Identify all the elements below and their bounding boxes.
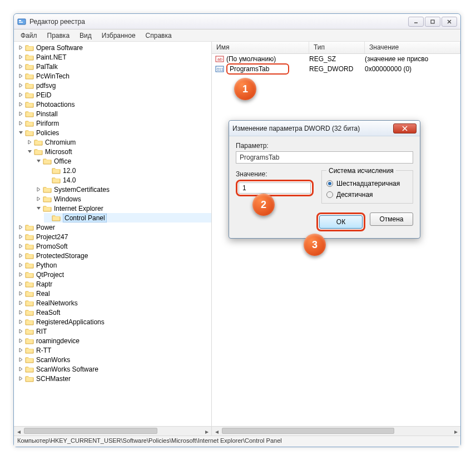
expand-icon[interactable] xyxy=(17,92,24,98)
tree-node[interactable]: Project247 xyxy=(17,232,211,241)
tree-node[interactable]: Paint.NET xyxy=(17,52,211,62)
collapse-icon[interactable] xyxy=(35,205,42,212)
list-row-programstab[interactable]: 011 ProgramsTab REG_DWORD 0x00000000 (0) xyxy=(212,64,460,74)
col-value[interactable]: Значение xyxy=(365,42,460,53)
folder-icon xyxy=(25,309,34,316)
close-button[interactable] xyxy=(442,17,457,27)
dialog-titlebar[interactable]: Изменение параметра DWORD (32 бита) xyxy=(229,121,420,136)
collapse-icon[interactable] xyxy=(26,149,33,155)
expand-icon[interactable] xyxy=(17,44,24,51)
tree-node[interactable]: Opera Software xyxy=(17,43,211,52)
expand-icon[interactable] xyxy=(17,63,24,70)
tree-node[interactable]: Windows xyxy=(35,194,211,204)
cancel-button[interactable]: Отмена xyxy=(370,212,413,226)
tree-node[interactable]: PcWinTech xyxy=(17,71,211,81)
tree-node[interactable]: R-TT xyxy=(17,345,211,355)
tree-hscroll[interactable]: ◂ ▸ xyxy=(14,426,211,436)
expand-icon[interactable] xyxy=(17,111,24,117)
expand-icon[interactable] xyxy=(17,290,24,297)
expand-icon[interactable] xyxy=(17,271,24,278)
tree-node[interactable]: Real xyxy=(17,289,211,298)
tree-node[interactable]: Chromium xyxy=(26,137,211,147)
expand-icon[interactable] xyxy=(17,375,24,382)
list-row-default[interactable]: ab (По умолчанию) REG_SZ (значение не пр… xyxy=(212,54,460,64)
list-body[interactable]: ab (По умолчанию) REG_SZ (значение не пр… xyxy=(212,54,460,426)
folder-icon xyxy=(25,82,34,90)
menu-help[interactable]: Справка xyxy=(141,31,176,41)
expand-icon[interactable] xyxy=(17,262,24,269)
expand-icon[interactable] xyxy=(17,73,24,80)
radix-fieldset: Система исчисления Шестнадцатеричная Дес… xyxy=(321,170,413,204)
expand-icon[interactable] xyxy=(17,281,24,288)
tree-node[interactable]: ScanWorks Software xyxy=(17,364,211,374)
tree-node[interactable]: Microsoft xyxy=(26,147,211,156)
value-name: ProgramsTab xyxy=(226,63,289,75)
tree-node[interactable]: Python xyxy=(17,260,211,270)
tree-node[interactable]: QtProject xyxy=(17,270,211,279)
menu-edit[interactable]: Правка xyxy=(43,31,75,41)
menu-view[interactable]: Вид xyxy=(75,31,96,41)
minimize-button[interactable] xyxy=(408,17,424,27)
value-type: REG_SZ xyxy=(309,55,365,63)
expand-icon[interactable] xyxy=(17,54,24,61)
col-type[interactable]: Тип xyxy=(309,42,365,53)
tree-node[interactable]: 14.0 xyxy=(44,175,211,185)
tree-node[interactable]: ScanWorks xyxy=(17,355,211,364)
expand-icon[interactable] xyxy=(17,300,24,306)
tree-node[interactable]: SCHMaster xyxy=(17,374,211,383)
ok-button[interactable]: ОК xyxy=(319,215,363,229)
tree-node[interactable]: Raptr xyxy=(17,279,211,289)
tree-node[interactable]: Internet Explorer xyxy=(35,204,211,213)
dialog-close-button[interactable] xyxy=(393,123,416,133)
titlebar[interactable]: Редактор реестра xyxy=(14,14,460,29)
tree-node[interactable]: pdfsvg xyxy=(17,81,211,90)
tree-node[interactable]: ProtectedStorage xyxy=(17,251,211,260)
collapse-icon[interactable] xyxy=(17,130,24,136)
expand-icon[interactable] xyxy=(17,357,24,363)
list-columns[interactable]: Имя Тип Значение xyxy=(212,42,460,54)
tree-node[interactable]: RegisteredApplications xyxy=(17,317,211,327)
expand-icon[interactable] xyxy=(17,101,24,108)
tree-node[interactable]: Pinstall xyxy=(17,109,211,118)
tree-node[interactable]: Power xyxy=(17,222,211,232)
expand-icon[interactable] xyxy=(17,253,24,259)
tree-node[interactable]: Office xyxy=(35,156,211,166)
expand-icon[interactable] xyxy=(35,186,42,193)
expand-icon[interactable] xyxy=(17,120,24,127)
expand-icon[interactable] xyxy=(17,347,24,354)
tree-node[interactable]: Piriform xyxy=(17,118,211,128)
radio-hex[interactable]: Шестнадцатеричная xyxy=(326,180,408,187)
tree-node[interactable]: PEiD xyxy=(17,90,211,100)
tree-node[interactable]: Photoactions xyxy=(17,100,211,109)
expand-icon[interactable] xyxy=(17,234,24,240)
expand-icon[interactable] xyxy=(17,328,24,335)
expand-icon[interactable] xyxy=(17,243,24,250)
radio-dec[interactable]: Десятичная xyxy=(326,191,408,199)
tree-node[interactable]: roamingdevice xyxy=(17,336,211,345)
expand-icon[interactable] xyxy=(17,224,24,231)
list-hscroll[interactable]: ◂ ▸ xyxy=(212,426,460,436)
tree-node[interactable]: RIT xyxy=(17,327,211,336)
tree-node-selected[interactable]: Control Panel xyxy=(44,213,211,222)
tree-node[interactable]: ReaSoft xyxy=(17,308,211,317)
expand-icon[interactable] xyxy=(17,82,24,89)
expand-icon[interactable] xyxy=(17,366,24,373)
expand-icon[interactable] xyxy=(26,139,33,146)
tree-node[interactable]: 12.0 xyxy=(44,166,211,175)
registry-tree[interactable]: Opera SoftwarePaint.NETPalTalkPcWinTechp… xyxy=(14,42,211,426)
maximize-button[interactable] xyxy=(425,17,440,27)
tree-node[interactable]: PalTalk xyxy=(17,62,211,71)
tree-node[interactable]: RealNetworks xyxy=(17,298,211,308)
tree-node[interactable]: PromoSoft xyxy=(17,241,211,251)
value-field[interactable] xyxy=(239,182,311,194)
tree-node[interactable]: Policies xyxy=(17,128,211,137)
collapse-icon[interactable] xyxy=(35,158,42,165)
expand-icon[interactable] xyxy=(17,319,24,325)
tree-node[interactable]: SystemCertificates xyxy=(35,185,211,194)
expand-icon[interactable] xyxy=(17,338,24,344)
menu-favorites[interactable]: Избранное xyxy=(97,31,140,41)
expand-icon[interactable] xyxy=(17,309,24,316)
expand-icon[interactable] xyxy=(35,196,42,202)
col-name[interactable]: Имя xyxy=(212,42,309,53)
menu-file[interactable]: Файл xyxy=(16,31,42,41)
